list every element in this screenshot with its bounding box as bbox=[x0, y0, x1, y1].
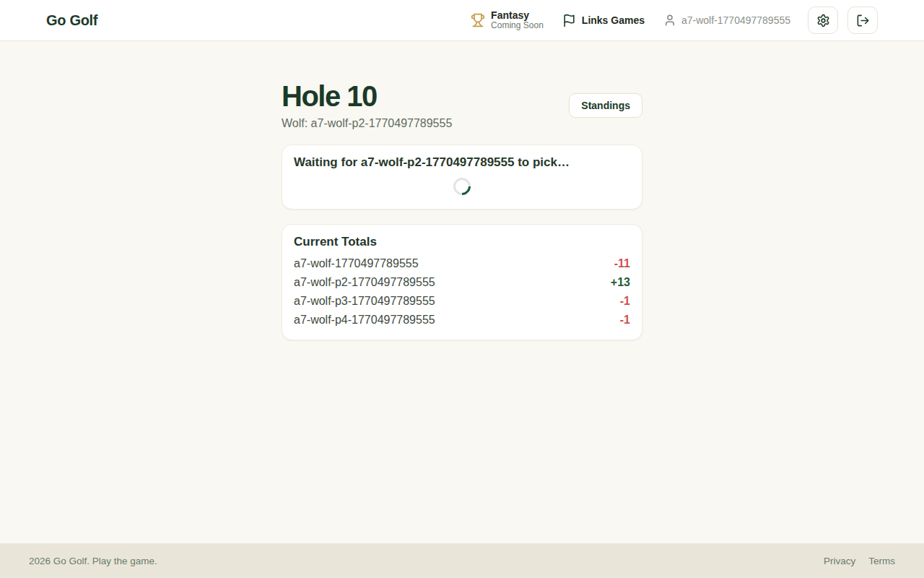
player-score: -11 bbox=[614, 254, 630, 273]
links-games-label: Links Games bbox=[582, 14, 645, 26]
current-totals-card: Current Totals a7-wolf-1770497789555 -11… bbox=[282, 224, 642, 340]
waiting-message: Waiting for a7-wolf-p2-1770497789555 to … bbox=[294, 155, 630, 170]
settings-button[interactable] bbox=[808, 7, 838, 34]
nav-item-fantasy[interactable]: Fantasy Coming Soon bbox=[471, 9, 544, 31]
app-footer: 2026 Go Golf. Play the game. Privacy Ter… bbox=[0, 543, 924, 578]
player-name: a7-wolf-p2-1770497789555 bbox=[294, 273, 435, 292]
player-name: a7-wolf-p4-1770497789555 bbox=[294, 311, 435, 329]
player-name: a7-wolf-p3-1770497789555 bbox=[294, 292, 435, 311]
player-score: +13 bbox=[611, 273, 630, 292]
page-head: Hole 10 Wolf: a7-wolf-p2-1770497789555 S… bbox=[282, 80, 642, 130]
fantasy-sublabel: Coming Soon bbox=[491, 21, 544, 31]
nav-item-links-games[interactable]: Links Games bbox=[562, 14, 645, 27]
player-score: -1 bbox=[620, 311, 630, 329]
app-logo[interactable]: Go Golf bbox=[46, 12, 97, 29]
flag-icon bbox=[562, 14, 576, 27]
person-icon bbox=[663, 14, 676, 27]
header-nav: Fantasy Coming Soon Links Games a7-wolf-… bbox=[471, 7, 878, 34]
standings-button[interactable]: Standings bbox=[569, 93, 642, 118]
main-content: Hole 10 Wolf: a7-wolf-p2-1770497789555 S… bbox=[282, 41, 642, 543]
fantasy-labels: Fantasy Coming Soon bbox=[491, 9, 544, 31]
trophy-icon bbox=[471, 13, 485, 27]
totals-row: a7-wolf-1770497789555 -11 bbox=[294, 254, 630, 273]
logout-button[interactable] bbox=[847, 7, 878, 34]
app-header: Go Golf Fantasy Coming Soon bbox=[0, 0, 924, 41]
totals-row: a7-wolf-p3-1770497789555 -1 bbox=[294, 292, 630, 311]
logout-icon bbox=[856, 14, 870, 27]
loading-spinner-icon bbox=[450, 174, 474, 199]
gear-icon bbox=[816, 14, 830, 27]
page-title: Hole 10 bbox=[282, 80, 452, 112]
waiting-card: Waiting for a7-wolf-p2-1770497789555 to … bbox=[282, 144, 642, 210]
fantasy-label: Fantasy bbox=[491, 9, 544, 21]
header-buttons bbox=[808, 7, 878, 34]
privacy-link[interactable]: Privacy bbox=[824, 556, 855, 566]
page-head-text: Hole 10 Wolf: a7-wolf-p2-1770497789555 bbox=[282, 80, 452, 130]
player-name: a7-wolf-1770497789555 bbox=[294, 254, 419, 273]
totals-row: a7-wolf-p4-1770497789555 -1 bbox=[294, 311, 630, 329]
user-chip: a7-wolf-1770497789555 bbox=[663, 14, 790, 27]
username: a7-wolf-1770497789555 bbox=[681, 14, 790, 26]
totals-title: Current Totals bbox=[294, 235, 630, 249]
totals-row: a7-wolf-p2-1770497789555 +13 bbox=[294, 273, 630, 292]
copyright-text: 2026 Go Golf. Play the game. bbox=[29, 556, 157, 566]
player-score: -1 bbox=[620, 292, 630, 311]
wolf-subtitle: Wolf: a7-wolf-p2-1770497789555 bbox=[282, 117, 452, 130]
footer-links: Privacy Terms bbox=[824, 556, 895, 566]
terms-link[interactable]: Terms bbox=[868, 556, 895, 566]
